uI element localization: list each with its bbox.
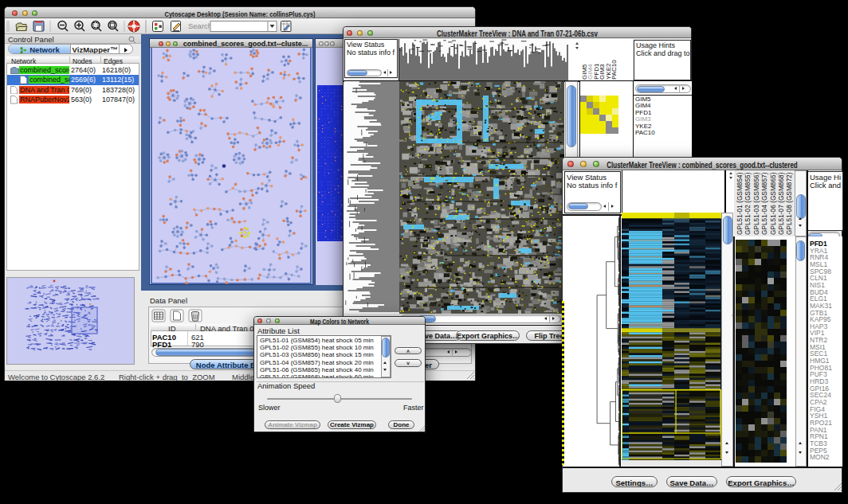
svg-text:GPL51-02 (GSM855): GPL51-02 (GSM855) — [744, 172, 752, 235]
svg-text:GPL51-01 (GSM854): GPL51-01 (GSM854) — [736, 172, 744, 235]
svg-text:GPL51-06 (GSM865): GPL51-06 (GSM865) — [769, 172, 777, 235]
svg-text:GPL51-07 (GSM868): GPL51-07 (GSM868) — [777, 172, 785, 235]
svg-text:PAC10: PAC10 — [610, 60, 618, 80]
svg-text:GPL51-03 (GSM856): GPL51-03 (GSM856) — [752, 172, 760, 235]
svg-text:GPL51-08 (GSM872): GPL51-08 (GSM872) — [785, 172, 793, 235]
svg-text:GPL51-04 (GSM857): GPL51-04 (GSM857) — [760, 172, 768, 235]
